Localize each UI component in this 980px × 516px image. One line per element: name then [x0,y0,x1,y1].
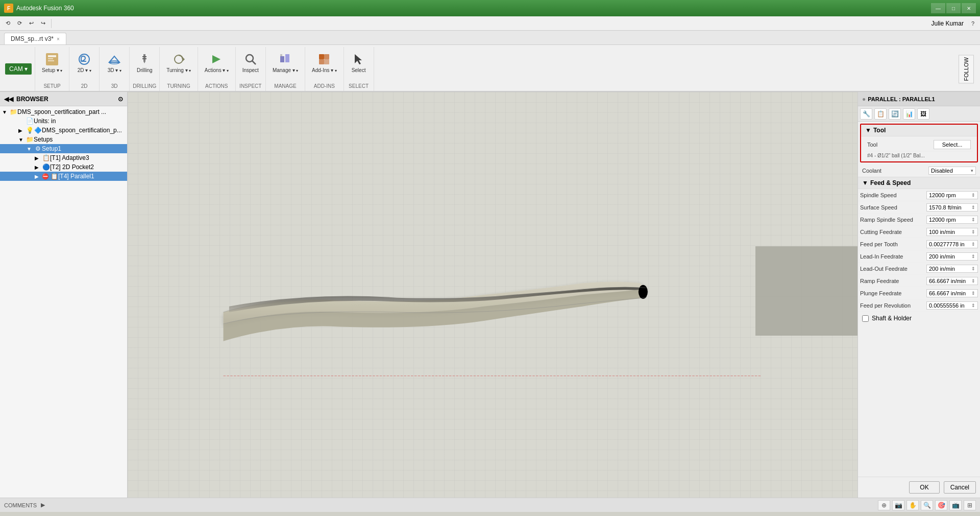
minimize-button[interactable]: — [931,3,945,13]
ramp-spindle-arrow: ⇕ [971,217,975,222]
collapse-browser-icon[interactable]: ◀◀ [4,96,13,103]
user-area: Julie Kumar ? [932,19,978,28]
help-button[interactable]: ? [968,19,978,28]
tree-item-setups[interactable]: ▼ 📁 Setups [0,135,127,144]
manage-group-label: MANAGE [274,82,296,90]
cutting-feedrate-value[interactable]: 100 in/min ⇕ [926,228,978,236]
feed-per-tooth-label: Feed per Tooth [860,241,926,247]
tree-item-root[interactable]: ▼ 📁 DMS_spoon_certification_part ... [0,107,127,116]
leadout-feedrate-arrow: ⇕ [971,266,975,271]
back-button[interactable]: ↩ [26,18,37,28]
close-button[interactable]: ✕ [962,3,976,13]
actions-button[interactable]: Actions ▾ [201,49,232,76]
panel-tab-tool[interactable]: 🔧 [860,108,872,120]
feed-per-rev-value[interactable]: 0.00555556 in ⇕ [926,301,978,310]
expand-comments-icon[interactable]: ▶ [41,502,45,508]
nav-grid-icon[interactable]: ⊞ [964,500,976,510]
surface-speed-value[interactable]: 1570.8 ft/min ⇕ [926,203,978,212]
tree-item-part[interactable]: ▶ 💡 🔷 DMS_spoon_certification_p... [0,126,127,135]
ramp-feedrate-value[interactable]: 66.6667 in/min ⇕ [926,277,978,285]
tree-item-units[interactable]: 📄 Units: in [0,116,127,126]
feed-speed-collapse-arrow: ▼ [862,179,868,186]
svg-marker-9 [183,57,185,61]
nav-pan-icon[interactable]: ✋ [906,500,919,510]
drilling-button[interactable]: Drilling [133,49,156,76]
menu-bar: ⟲ ⟳ ↩ ↪ Julie Kumar ? [0,16,980,31]
browser-options-icon[interactable]: ⊙ [118,96,123,103]
feed-speed-content: Spindle Speed 12000 rpm ⇕ Surface Speed … [858,189,980,312]
leadin-feedrate-text: 200 in/min [929,253,955,260]
tab-close-button[interactable]: × [57,36,60,42]
3d-button[interactable]: 3D ▾ [103,49,126,76]
tree-arrow-t4[interactable]: ▶ [35,174,42,179]
tree-item-setup1[interactable]: ▼ ⚙ Setup1 [0,144,127,153]
spindle-speed-value[interactable]: 12000 rpm ⇕ [926,191,978,199]
nav-fit-icon[interactable]: 🎯 [935,500,947,510]
tree-arrow-setups[interactable]: ▼ [18,137,26,143]
inspect-icon [242,51,259,67]
t1-icon: 📋 [42,154,50,161]
2d-button[interactable]: 2D ▾ [72,49,96,76]
panel-tab-table[interactable]: 📊 [903,108,915,120]
tree-label-t1: [T1] Adaptive3 [50,154,125,161]
visibility-icon[interactable]: 💡 [26,127,34,134]
tree-arrow-setup1[interactable]: ▼ [27,146,34,152]
forward-button[interactable]: ↪ [37,18,49,28]
svg-rect-3 [48,60,54,61]
nav-camera-icon[interactable]: 📷 [892,500,904,510]
cancel-button[interactable]: Cancel [944,481,976,494]
turning-button[interactable]: Turning ▾ [163,49,194,76]
viewport[interactable] [128,92,857,498]
coolant-dropdown-arrow: ▾ [971,168,973,173]
tree-arrow-t1[interactable]: ▶ [35,155,42,161]
tree-item-t4[interactable]: ▶ ⛔ 📋 [T4] Parallel1 [0,172,127,181]
redo-button[interactable]: ⟳ [14,18,26,28]
manage-button[interactable]: Manage ▾ [269,49,302,76]
addins-button[interactable]: Add-Ins ▾ [308,49,340,76]
panel-tab-copy[interactable]: 📋 [874,108,887,120]
nav-display-icon[interactable]: 📺 [949,500,962,510]
tree-item-t2[interactable]: ▶ 🔵 [T2] 2D Pocket2 [0,162,127,172]
tree-arrow-part[interactable]: ▶ [18,128,26,133]
leadin-feedrate-value[interactable]: 200 in/min ⇕ [926,252,978,261]
shaft-holder-checkbox[interactable] [862,315,869,322]
nav-add-icon[interactable]: ⊕ [878,500,890,510]
active-tab[interactable]: DMS_sp...rt v3* × [4,33,66,44]
panel-title: PARALLEL : PARALLEL1 [868,96,935,102]
tool-select-button[interactable]: Select... [934,140,971,149]
select-button[interactable]: Select [347,49,371,76]
ribbon-group-3d: 3D ▾ 3D [100,47,130,91]
2d-label: 2D ▾ [78,67,91,74]
panel-tab-image[interactable]: 🖼 [917,108,929,120]
setups-icon: 📁 [26,136,34,143]
tree-arrow-t2[interactable]: ▶ [35,165,42,170]
leadout-feedrate-value[interactable]: 200 in/min ⇕ [926,265,978,273]
feed-speed-header[interactable]: ▼ Feed & Speed [858,177,980,189]
tool-field-row: Tool Select... [865,138,973,151]
tree-label-root: DMS_spoon_certification_part ... [17,108,125,115]
tab-bar: DMS_sp...rt v3* × [0,31,980,45]
nav-zoom-icon[interactable]: 🔍 [921,500,933,510]
tool-section-title: Tool [873,127,886,134]
inspect-button[interactable]: Inspect [239,49,262,76]
plunge-feedrate-value[interactable]: 66.6667 in/min ⇕ [926,289,978,297]
panel-tab-refresh[interactable]: 🔄 [889,108,901,120]
surface-speed-arrow: ⇕ [971,205,975,210]
tree-arrow-root[interactable]: ▼ [2,109,9,115]
undo-button[interactable]: ⟲ [2,18,14,28]
coolant-value[interactable]: Disabled ▾ [928,167,976,175]
tool-section-header[interactable]: ▼ Tool [861,125,977,136]
maximize-button[interactable]: □ [946,3,961,13]
ribbon: CAM ▾ Setup ▾ SETUP [0,45,980,92]
follow-button[interactable]: FOLLOW [959,55,974,83]
ramp-spindle-value[interactable]: 12000 rpm ⇕ [926,216,978,224]
setup-button[interactable]: Setup ▾ [38,49,66,76]
tool-field-label: Tool [867,142,934,148]
tree-item-t1[interactable]: ▶ 📋 [T1] Adaptive3 [0,153,127,162]
actions-group-label: ACTIONS [205,82,228,90]
setup-icon [44,51,60,67]
user-name: Julie Kumar [932,20,964,27]
ok-button[interactable]: OK [909,481,939,494]
cam-dropdown-button[interactable]: CAM ▾ [5,63,32,75]
feed-per-tooth-value[interactable]: 0.00277778 in ⇕ [926,240,978,248]
